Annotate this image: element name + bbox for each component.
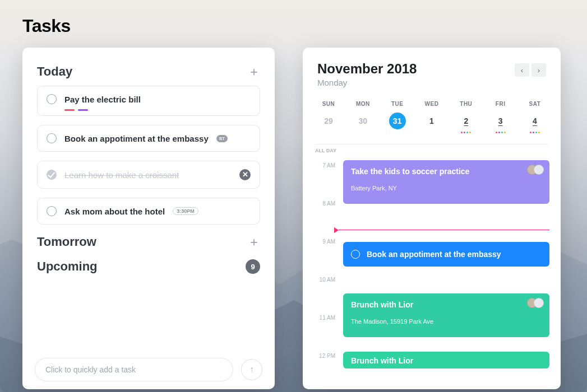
section-upcoming: Upcoming 9	[22, 259, 275, 274]
task-row[interactable]: Ask mom about the hotel 3:30PM	[37, 198, 260, 225]
close-icon: ✕	[242, 170, 248, 179]
event-dots	[521, 132, 548, 134]
time-label: 7 AM	[303, 162, 335, 169]
time-label: 10 AM	[303, 277, 335, 283]
calendar-event[interactable]: Brunch with Lior	[343, 352, 549, 368]
section-title-today: Today	[37, 64, 72, 79]
task-title: Learn how to make a croissant	[64, 170, 179, 180]
time-label: 8 AM	[303, 200, 335, 207]
chevron-left-icon: ‹	[521, 66, 523, 74]
task-checkbox[interactable]	[47, 133, 57, 143]
section-tomorrow: Tomorrow ＋	[22, 235, 275, 249]
quick-add-input[interactable]: Click to quickly add a task	[35, 358, 233, 381]
task-checkbox[interactable]	[47, 206, 57, 216]
current-time-indicator	[339, 230, 549, 230]
page-title: Tasks	[22, 16, 71, 36]
task-title: Pay the electric bill	[64, 95, 141, 104]
calendar-next-button[interactable]: ›	[531, 63, 546, 77]
task-tags	[64, 109, 88, 111]
day-column[interactable]: THU 2	[452, 101, 479, 134]
day-of-week-label: MON	[349, 101, 376, 107]
day-column[interactable]: SAT 4	[521, 101, 548, 134]
task-remove-button[interactable]: ✕	[239, 169, 251, 180]
task-row[interactable]: Pay the electric bill	[37, 86, 260, 116]
day-of-week-label: WED	[418, 101, 445, 107]
task-list-today: Pay the electric bill Book an appotiment…	[22, 79, 275, 225]
day-column[interactable]: MON 30	[349, 101, 376, 134]
calendar-event[interactable]: Brunch with Lior The Madison, 15919 Park…	[343, 293, 549, 337]
all-day-label: ALL DAY	[303, 144, 561, 153]
day-of-week-label: SUN	[315, 101, 342, 107]
task-tag	[64, 109, 75, 111]
day-of-week-label: THU	[452, 101, 479, 107]
event-dots	[452, 132, 479, 134]
calendar-title: November 2018	[317, 61, 515, 77]
day-number[interactable]: 29	[320, 113, 337, 129]
event-location: The Madison, 15919 Park Ave	[351, 318, 542, 325]
event-location: Battery Park, NY	[351, 185, 542, 192]
day-number[interactable]: 4	[526, 113, 543, 129]
day-of-week-label: SAT	[521, 101, 548, 107]
section-title-tomorrow: Tomorrow	[37, 235, 96, 249]
day-of-week-label: TUE	[384, 101, 411, 107]
task-title: Ask mom about the hotel	[64, 207, 165, 216]
plus-icon: ＋	[248, 234, 260, 250]
day-column[interactable]: TUE 31	[384, 101, 411, 134]
day-number[interactable]: 1	[423, 113, 440, 129]
calendar-event[interactable]: Take the kids to soccer practice Battery…	[343, 160, 549, 204]
chevron-right-icon: ›	[538, 66, 540, 74]
calendar-nav: ‹ ›	[515, 63, 546, 77]
quick-add-bar: Click to quickly add a task ↑	[35, 358, 262, 381]
event-title: Brunch with Lior	[351, 300, 542, 309]
task-badge: ST	[216, 135, 228, 142]
timeline: 7 AM 8 AM 9 AM 10 AM 11 AM 12 PM Take th…	[303, 158, 561, 382]
plus-icon: ＋	[248, 63, 260, 80]
task-row[interactable]: Learn how to make a croissant ✕	[37, 161, 260, 189]
event-title: Take the kids to soccer practice	[351, 167, 542, 176]
task-title: Book an appotiment at the embassy	[64, 134, 209, 143]
event-circle-icon	[351, 250, 360, 259]
day-number[interactable]: 2	[457, 113, 474, 129]
calendar-event[interactable]: Book an appotiment at the embassy	[343, 242, 549, 267]
week-row: SUN 29 MON 30 TUE 31 WED 1 THU 2 FRI	[303, 87, 561, 134]
event-dots	[487, 132, 514, 134]
add-task-tomorrow-button[interactable]: ＋	[248, 236, 260, 248]
event-title: Book an appotiment at the embassy	[367, 250, 501, 259]
day-column[interactable]: FRI 3	[487, 101, 514, 134]
section-today: Today ＋ Pay the electric bill Book an ap…	[22, 64, 275, 225]
calendar-subtitle: Monday	[317, 78, 515, 87]
task-checkbox[interactable]	[47, 94, 57, 104]
arrow-up-icon: ↑	[249, 365, 254, 375]
add-task-today-button[interactable]: ＋	[248, 66, 260, 78]
time-label: 11 AM	[303, 315, 335, 321]
upcoming-count-badge: 9	[246, 259, 260, 274]
event-title: Brunch with Lior	[351, 356, 542, 365]
day-column[interactable]: SUN 29	[315, 101, 342, 134]
tasks-panel: Today ＋ Pay the electric bill Book an ap…	[22, 48, 275, 389]
day-number[interactable]: 31	[389, 113, 406, 129]
quick-add-submit-button[interactable]: ↑	[241, 359, 262, 380]
time-label: 12 PM	[303, 353, 335, 359]
task-row[interactable]: Book an appotiment at the embassy ST	[37, 125, 260, 152]
event-avatars	[530, 298, 544, 308]
day-number[interactable]: 30	[354, 113, 371, 129]
day-number[interactable]: 3	[492, 113, 509, 129]
time-label: 9 AM	[303, 239, 335, 245]
day-of-week-label: FRI	[487, 101, 514, 107]
calendar-prev-button[interactable]: ‹	[515, 63, 529, 77]
day-column[interactable]: WED 1	[418, 101, 445, 134]
task-time-pill: 3:30PM	[173, 207, 198, 215]
task-tag	[78, 109, 88, 111]
task-checkbox[interactable]	[47, 170, 57, 180]
section-title-upcoming: Upcoming	[37, 259, 98, 274]
calendar-panel: November 2018 Monday ‹ › SUN 29 MON 30 T…	[303, 48, 561, 389]
event-avatars	[530, 165, 544, 175]
